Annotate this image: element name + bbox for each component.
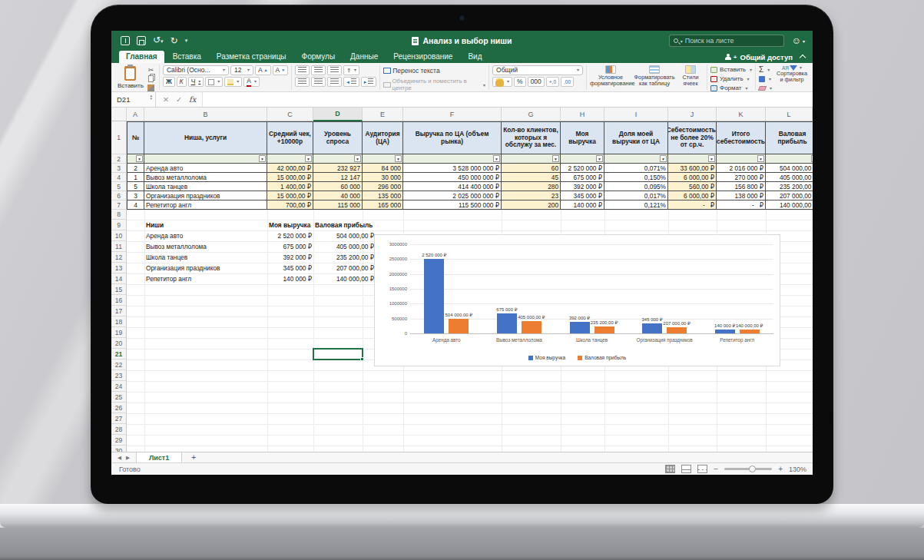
cell-K1[interactable]: Итого себестоимость bbox=[717, 121, 766, 154]
cell-K2[interactable]: ▼ bbox=[717, 154, 766, 164]
add-sheet-button[interactable]: + bbox=[182, 452, 205, 462]
cell-C10[interactable]: 2 520 000 ₽ bbox=[267, 230, 313, 241]
fill-handle[interactable] bbox=[360, 357, 364, 361]
cell-L4[interactable]: 405 000,00 ₽ bbox=[766, 173, 813, 182]
increase-decimal-button[interactable]: +,0 bbox=[546, 77, 559, 87]
cell-C3[interactable]: 42 000,00 ₽ bbox=[267, 164, 313, 173]
cell-D7[interactable]: 115 000 bbox=[313, 200, 363, 210]
cell-B1[interactable]: Ниша, услуги bbox=[144, 121, 267, 154]
cell-D5[interactable]: 60 000 bbox=[313, 182, 363, 191]
row-header-4[interactable]: 4 bbox=[111, 173, 127, 182]
row-header-3[interactable]: 3 bbox=[111, 164, 127, 173]
cell-J2[interactable]: ▼ bbox=[668, 154, 717, 164]
cell-D4[interactable]: 12 147 bbox=[313, 173, 363, 182]
increase-indent-button[interactable]: ▸ bbox=[361, 77, 377, 87]
row-header-7[interactable]: 7 bbox=[111, 200, 127, 210]
cell-B11[interactable]: Вывоз металлолома bbox=[144, 241, 267, 252]
row-header-16[interactable]: 16 bbox=[111, 295, 127, 306]
select-all-corner[interactable] bbox=[111, 108, 127, 121]
sheet-tab-active[interactable]: Лист1 bbox=[136, 452, 182, 462]
column-header-J[interactable]: J bbox=[668, 108, 717, 121]
font-size-select[interactable]: 12▾ bbox=[230, 65, 253, 75]
row-header-14[interactable]: 14 bbox=[111, 273, 127, 284]
new-document-icon[interactable] bbox=[121, 36, 130, 45]
cell-C6[interactable]: 15 000,00 ₽ bbox=[267, 191, 313, 200]
cell-D10[interactable]: 504 000,00 ₽ bbox=[313, 230, 376, 241]
active-cell-selection[interactable] bbox=[313, 348, 363, 360]
cell-D12[interactable]: 235 200,00 ₽ bbox=[313, 252, 376, 263]
tab-Главная[interactable]: Главная bbox=[119, 51, 164, 63]
cell-C5[interactable]: 1 400,00 ₽ bbox=[267, 182, 313, 191]
cell-G3[interactable]: 60 bbox=[502, 164, 561, 173]
save-icon[interactable] bbox=[137, 36, 146, 45]
filter-button-L[interactable]: ▼ bbox=[811, 155, 813, 162]
cell-J5[interactable]: 560,00 ₽ bbox=[668, 182, 717, 191]
cell-B12[interactable]: Школа танцев bbox=[144, 252, 267, 263]
fill-button[interactable]: ▾ bbox=[759, 75, 772, 83]
cell-B6[interactable]: Организация праздников bbox=[144, 191, 267, 200]
row-header-30[interactable]: 30 bbox=[111, 446, 127, 452]
merge-center-button[interactable]: Объединить и поместить в центре ▾ bbox=[383, 78, 485, 91]
format-cells-button[interactable]: Формат▾ bbox=[710, 84, 752, 92]
row-header-29[interactable]: 29 bbox=[111, 435, 127, 446]
cell-E6[interactable]: 135 000 bbox=[363, 191, 403, 200]
cell-I7[interactable]: 0,121% bbox=[604, 200, 668, 210]
feedback-smiley-icon[interactable]: ☺▾ bbox=[792, 35, 805, 46]
cell-G4[interactable]: 45 bbox=[502, 173, 561, 182]
cell-H3[interactable]: 2 520 000 ₽ bbox=[561, 164, 604, 173]
column-header-H[interactable]: H bbox=[561, 108, 604, 121]
name-box[interactable]: D21 ▲▼ bbox=[111, 92, 156, 107]
search-input[interactable]: ▾ Поиск на листе bbox=[669, 35, 784, 47]
collapse-ribbon-icon[interactable] bbox=[800, 55, 806, 61]
borders-button[interactable]: ▾ bbox=[205, 77, 223, 87]
cell-C7[interactable]: 700,00 ₽ bbox=[267, 200, 313, 210]
filter-button-H[interactable]: ▼ bbox=[596, 155, 603, 162]
cell-J3[interactable]: 33 600,00 ₽ bbox=[668, 164, 717, 173]
row-header-27[interactable]: 27 bbox=[111, 413, 127, 424]
cell-G1[interactable]: Кол-во клиентов, которых я обслужу за ме… bbox=[502, 121, 561, 154]
cell-A5[interactable]: 5 bbox=[127, 182, 144, 191]
cell-A2[interactable]: ▼ bbox=[127, 154, 144, 164]
cell-F6[interactable]: 2 025 000 000 ₽ bbox=[403, 191, 502, 200]
row-header-17[interactable]: 17 bbox=[111, 306, 127, 316]
cell-C1[interactable]: Средний чек, +10000р bbox=[267, 121, 313, 154]
column-header-C[interactable]: C bbox=[267, 108, 313, 121]
cell-H6[interactable]: 345 000 ₽ bbox=[561, 191, 604, 200]
cell-D11[interactable]: 405 000,00 ₽ bbox=[313, 241, 376, 252]
chart[interactable]: 0500000100000015000002000000250000030000… bbox=[374, 234, 780, 366]
thousands-button[interactable]: 000 bbox=[528, 77, 545, 87]
zoom-in-button[interactable]: + bbox=[778, 466, 783, 473]
decrease-decimal-button[interactable]: ,00 bbox=[561, 77, 574, 87]
cell-A1[interactable]: № bbox=[127, 121, 144, 154]
cell-E1[interactable]: Аудитория (ЦА) bbox=[363, 121, 403, 154]
underline-button[interactable]: Ч▾ bbox=[188, 77, 204, 87]
orientation-button[interactable]: ⇗▾ bbox=[343, 65, 359, 75]
row-header-2[interactable]: 2 bbox=[111, 154, 127, 164]
cell-C9[interactable]: Моя выручка bbox=[267, 220, 313, 230]
cell-B5[interactable]: Школа танцев bbox=[144, 182, 267, 191]
cell-J1[interactable]: Себестоимость, не более 20% от ср.ч. bbox=[668, 121, 717, 154]
cell-E7[interactable]: 165 000 bbox=[363, 200, 403, 210]
cell-B13[interactable]: Организация праздников bbox=[144, 263, 267, 273]
paste-button[interactable]: Вставить bbox=[118, 65, 144, 89]
zoom-out-button[interactable]: − bbox=[714, 466, 718, 473]
prev-sheet-icon[interactable]: ◀ bbox=[118, 455, 121, 461]
cell-F4[interactable]: 450 000 000 ₽ bbox=[403, 173, 502, 182]
page-break-view-button[interactable] bbox=[697, 465, 707, 473]
tab-Рецензирование[interactable]: Рецензирование bbox=[386, 51, 459, 63]
cell-I5[interactable]: 0,095% bbox=[604, 182, 668, 191]
cancel-icon[interactable]: ✕ bbox=[163, 95, 169, 104]
cell-K5[interactable]: 156 800 ₽ bbox=[717, 182, 766, 191]
column-header-G[interactable]: G bbox=[502, 108, 561, 121]
cell-B4[interactable]: Вывоз металлолома bbox=[144, 173, 267, 182]
autosum-button[interactable]: Σ▾ bbox=[759, 65, 772, 74]
cell-D1[interactable]: Уровень спроса bbox=[313, 121, 363, 154]
tab-Вставка[interactable]: Вставка bbox=[166, 51, 208, 63]
row-header-11[interactable]: 11 bbox=[111, 241, 127, 252]
number-format-select[interactable]: Общий▾ bbox=[492, 65, 583, 75]
cell-K7[interactable]: - ₽ bbox=[717, 200, 766, 210]
row-header-19[interactable]: 19 bbox=[111, 327, 127, 338]
tab-Вид[interactable]: Вид bbox=[461, 51, 488, 63]
format-painter-button[interactable] bbox=[146, 84, 156, 92]
cell-I2[interactable]: ▼ bbox=[604, 154, 668, 164]
